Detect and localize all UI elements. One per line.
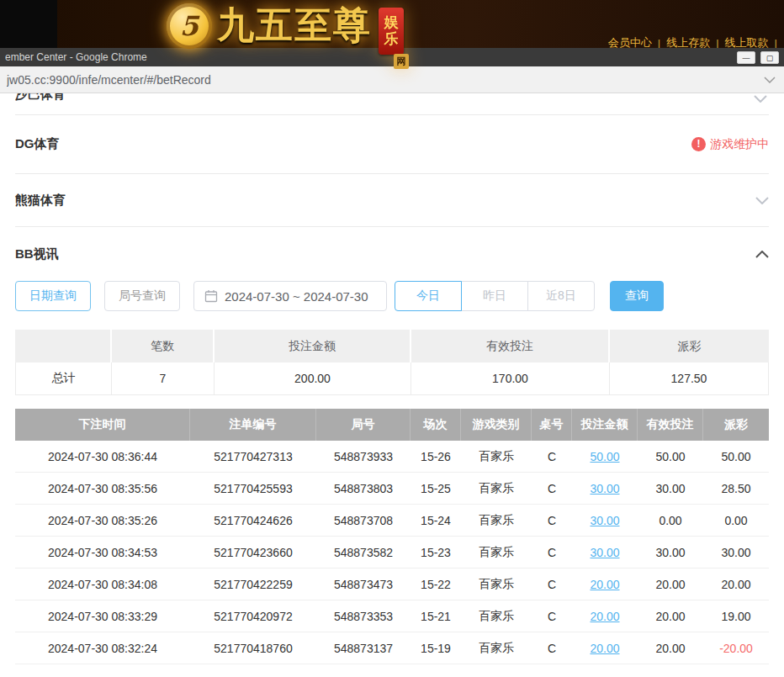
record-cell: 30.00 (703, 537, 769, 569)
stamp-char: 娱 (384, 14, 399, 31)
summary-cell: 200.00 (215, 362, 411, 395)
record-cell: 百家乐 (461, 632, 532, 664)
record-header-cell: 局号 (316, 409, 411, 441)
record-cell: 30.00 (572, 537, 638, 569)
record-cell: 0.00 (703, 505, 769, 537)
section-bb-video[interactable]: BB视讯 (15, 227, 769, 281)
record-header-cell: 桌号 (532, 409, 572, 441)
logo-coin-icon: 5 (167, 3, 212, 49)
yesterday-button[interactable]: 昨日 (461, 281, 528, 311)
record-cell: 30.00 (572, 473, 638, 505)
record-cell: C (532, 473, 572, 505)
quick-date-segment: 今日 昨日 近8日 (395, 281, 595, 311)
site-logo: 5 九五至尊 娱 乐 网 (167, 3, 404, 55)
record-cell: 50.00 (638, 441, 703, 473)
record-cell: 0.00 (638, 505, 703, 537)
bet-amount-link[interactable]: 50.00 (590, 450, 619, 463)
record-cell: 2024-07-30 08:35:26 (15, 505, 190, 537)
section-label: BB视讯 (15, 246, 59, 262)
summary-cell: 170.00 (411, 362, 610, 395)
record-cell: 548873353 (316, 600, 411, 632)
record-cell: 百家乐 (461, 537, 532, 569)
record-cell: 548873708 (316, 505, 411, 537)
record-cell: 百家乐 (461, 441, 532, 473)
section-label: DG体育 (15, 136, 60, 152)
coin-number: 5 (180, 10, 199, 42)
record-cell: 2024-07-30 08:36:44 (15, 441, 190, 473)
logo-stamp: 娱 乐 网 (379, 8, 404, 55)
calendar-icon (204, 289, 218, 303)
record-cell: 百家乐 (461, 569, 532, 600)
record-cell: 548873933 (316, 441, 411, 473)
record-header-cell: 派彩 (703, 409, 769, 441)
summary-header-cell: 派彩 (610, 330, 769, 362)
record-cell: 521770420972 (190, 600, 316, 632)
search-button[interactable]: 查询 (610, 281, 664, 311)
bet-amount-link[interactable]: 30.00 (590, 482, 619, 495)
bet-record-page: 沙巴体育 DG体育 ! 游戏维护中 熊猫体育 BB视讯 日期查询 局号查询 (0, 93, 784, 664)
date-query-button[interactable]: 日期查询 (15, 281, 91, 311)
filter-bar: 日期查询 局号查询 2024-07-30 ~ 2024-07-30 今日 昨日 … (15, 281, 769, 311)
date-range-input[interactable]: 2024-07-30 ~ 2024-07-30 (193, 281, 387, 311)
record-cell: -20.00 (703, 632, 769, 664)
bet-amount-link[interactable]: 20.00 (590, 578, 619, 591)
record-cell: 百家乐 (461, 473, 532, 505)
section-shaba-sports[interactable]: 沙巴体育 (15, 93, 769, 115)
section-label: 沙巴体育 (15, 93, 66, 103)
bet-amount-link[interactable]: 20.00 (590, 642, 619, 655)
record-header-cell: 下注时间 (15, 409, 190, 441)
record-cell: 15-19 (411, 632, 461, 664)
record-cell: 521770427313 (190, 441, 316, 473)
section-label: 熊猫体育 (15, 193, 66, 209)
summary-header-cell: 笔数 (112, 330, 215, 362)
chevron-down-icon (754, 95, 767, 103)
chevron-down-icon (755, 197, 769, 204)
maximize-button[interactable]: ▢ (760, 51, 779, 64)
record-cell: 521770418760 (190, 632, 316, 664)
record-cell: 521770424626 (190, 505, 316, 537)
summary-header-cell: 有效投注 (411, 330, 610, 362)
stamp-net-badge: 网 (394, 54, 409, 69)
record-header-cell: 游戏类别 (461, 409, 532, 441)
record-header-cell: 场次 (411, 409, 461, 441)
record-cell: C (532, 632, 572, 664)
record-cell: 521770422259 (190, 569, 316, 600)
summary-cell: 7 (112, 362, 215, 395)
record-cell: 548873582 (316, 537, 411, 569)
record-cell: 15-23 (411, 537, 461, 569)
bet-amount-link[interactable]: 20.00 (590, 610, 619, 623)
alert-icon: ! (691, 137, 706, 151)
record-cell: 50.00 (703, 441, 769, 473)
banner-left-block (0, 0, 57, 48)
summary-cell: 127.50 (610, 362, 769, 395)
last8days-button[interactable]: 近8日 (527, 281, 595, 311)
bet-amount-link[interactable]: 30.00 (590, 546, 619, 559)
record-cell: 2024-07-30 08:33:29 (15, 600, 190, 632)
chevron-up-icon (755, 251, 769, 258)
minimize-button[interactable]: — (737, 51, 755, 64)
record-cell: 20.00 (572, 632, 638, 664)
record-header-cell: 注单编号 (190, 409, 316, 441)
record-cell: C (532, 505, 572, 537)
record-cell: 15-22 (411, 569, 461, 600)
records-table: 下注时间注单编号局号场次游戏类别桌号投注金额有效投注派彩2024-07-30 0… (15, 409, 769, 664)
record-cell: 20.00 (638, 632, 703, 664)
record-cell: 2024-07-30 08:34:53 (15, 537, 190, 569)
summary-header-cell: 投注金额 (215, 330, 411, 362)
summary-cell: 总计 (15, 362, 112, 395)
url-bar[interactable]: jw05.cc:9900/infe/mcenter/#/betRecord (0, 66, 784, 93)
record-cell: 20.00 (638, 600, 703, 632)
bet-amount-link[interactable]: 30.00 (590, 514, 619, 527)
record-cell: 15-24 (411, 505, 461, 537)
section-dg-sports[interactable]: DG体育 ! 游戏维护中 (15, 115, 769, 174)
record-cell: 20.00 (572, 600, 638, 632)
section-panda-sports[interactable]: 熊猫体育 (15, 174, 769, 227)
record-cell: 19.00 (703, 600, 769, 632)
round-query-button[interactable]: 局号查询 (104, 281, 180, 311)
today-button[interactable]: 今日 (395, 281, 462, 311)
record-cell: 15-21 (411, 600, 461, 632)
url-chevron-down-icon[interactable] (764, 77, 776, 83)
record-cell: 548873137 (316, 632, 411, 664)
maintenance-badge: ! 游戏维护中 (691, 137, 769, 152)
record-cell: 30.00 (572, 505, 638, 537)
